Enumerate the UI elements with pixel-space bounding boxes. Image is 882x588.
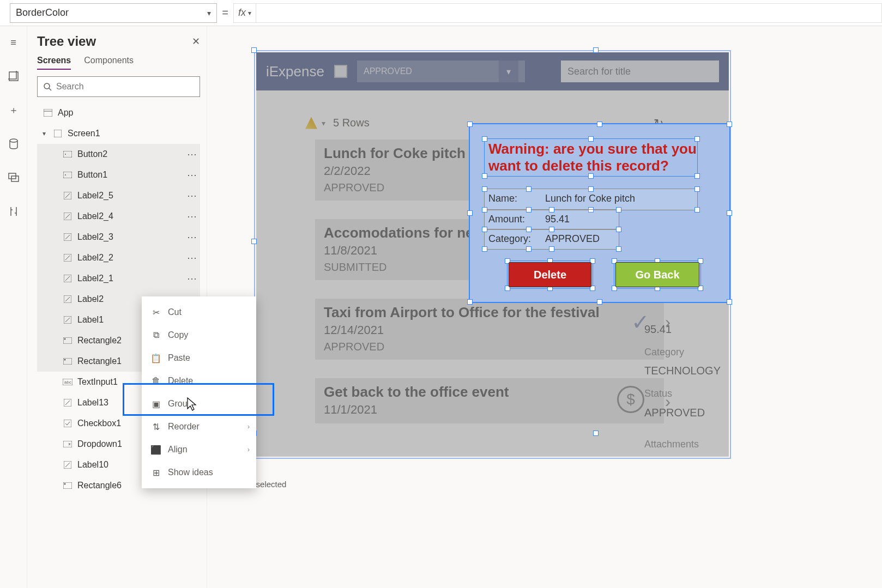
more-icon[interactable]: ⋯ xyxy=(187,190,198,202)
tab-components[interactable]: Components xyxy=(84,56,134,70)
tree-item[interactable]: Label2_5⋯ xyxy=(37,185,200,206)
label-icon xyxy=(62,232,73,243)
insert-icon[interactable]: ＋ xyxy=(4,100,23,120)
svg-rect-10 xyxy=(63,151,72,157)
label-icon xyxy=(62,273,73,284)
cursor-icon xyxy=(185,397,198,412)
align-icon: ⬛ xyxy=(150,445,161,455)
tools-icon[interactable] xyxy=(4,202,23,221)
dialog-name-label: Name: xyxy=(488,193,545,204)
tree-view-icon[interactable] xyxy=(4,66,23,86)
chevron-down-icon: ▾ xyxy=(207,9,211,17)
tree-item-label: Checkbox1 xyxy=(77,419,121,428)
tree-item-label: App xyxy=(58,108,73,118)
svg-line-35 xyxy=(65,401,70,405)
tree-item[interactable]: Label2_1⋯ xyxy=(37,268,200,289)
svg-point-11 xyxy=(65,154,66,155)
go-back-button[interactable]: Go Back xyxy=(615,262,699,287)
tree-search[interactable] xyxy=(37,76,200,97)
ctx-paste[interactable]: 📋Paste xyxy=(142,347,256,369)
tree-item-label: Label10 xyxy=(77,460,108,470)
label-icon xyxy=(62,190,73,201)
formula-bar: BorderColor ▾ = fx ▾ xyxy=(0,0,882,26)
svg-rect-9 xyxy=(54,130,62,137)
equals-icon: = xyxy=(217,7,233,19)
fx-button[interactable]: fx ▾ xyxy=(233,3,256,23)
reorder-icon: ⇅ xyxy=(150,422,161,432)
delete-icon: 🗑 xyxy=(150,376,161,386)
svg-rect-7 xyxy=(44,109,52,117)
chevron-right-icon: › xyxy=(247,423,250,431)
svg-line-23 xyxy=(65,276,70,281)
dialog-amount-label: Amount: xyxy=(488,214,545,225)
search-icon xyxy=(43,82,52,91)
ctx-align[interactable]: ⬛Align› xyxy=(142,438,256,461)
label-icon xyxy=(62,397,73,408)
tree-item-label: Label2_5 xyxy=(77,191,113,201)
media-icon[interactable] xyxy=(4,168,23,187)
svg-point-41 xyxy=(64,483,66,485)
ctx-cut[interactable]: ✂Cut xyxy=(142,301,256,324)
more-icon[interactable]: ⋯ xyxy=(187,148,198,160)
more-icon[interactable]: ⋯ xyxy=(187,272,198,284)
svg-point-31 xyxy=(64,359,66,361)
data-icon[interactable] xyxy=(4,134,23,154)
tree-item-label: Button2 xyxy=(77,149,107,159)
tree-item-label: Rectangle1 xyxy=(77,356,122,366)
tree-item-label: Label1 xyxy=(77,315,104,325)
formula-input[interactable] xyxy=(256,3,882,23)
app-icon xyxy=(43,107,53,118)
more-icon[interactable]: ⋯ xyxy=(187,252,198,264)
ctx-show-ideas[interactable]: ⊞Show ideas xyxy=(142,461,256,484)
tree-item-label: Button1 xyxy=(77,170,107,180)
close-icon[interactable]: ✕ xyxy=(192,35,200,47)
button-icon xyxy=(62,169,73,180)
delete-button-label: Delete xyxy=(534,269,566,281)
tree-item[interactable]: Label2_2⋯ xyxy=(37,247,200,268)
tab-screens[interactable]: Screens xyxy=(37,56,71,70)
tree-item[interactable]: Label2_4⋯ xyxy=(37,206,200,227)
svg-point-5 xyxy=(44,83,50,89)
svg-line-15 xyxy=(65,193,70,198)
svg-line-17 xyxy=(65,214,70,219)
tree-item-label: Rectangle2 xyxy=(77,336,122,345)
hamburger-icon[interactable]: ≡ xyxy=(4,33,23,52)
tree-item-label: Rectangle6 xyxy=(77,481,122,490)
cut-icon: ✂ xyxy=(150,307,161,318)
button-icon xyxy=(62,149,73,160)
ctx-copy[interactable]: ⧉Copy xyxy=(142,324,256,347)
dialog-category-label: Category: xyxy=(488,233,545,245)
more-icon[interactable]: ⋯ xyxy=(187,169,198,181)
svg-line-19 xyxy=(65,235,70,239)
ctx-delete[interactable]: 🗑Delete xyxy=(142,369,256,392)
label-icon xyxy=(62,314,73,325)
ctx-reorder[interactable]: ⇅Reorder› xyxy=(142,415,256,438)
svg-text:abc: abc xyxy=(64,380,71,385)
svg-line-25 xyxy=(65,297,70,301)
property-selector[interactable]: BorderColor ▾ xyxy=(10,3,217,23)
paste-icon: 📋 xyxy=(150,353,161,363)
canvas: iExpense APPROVED ▾ Search for title ▾ 5… xyxy=(207,26,882,588)
warning-label: Warning: are you sure that you want to d… xyxy=(488,141,717,174)
label-icon xyxy=(62,459,73,470)
tree-item[interactable]: Button2⋯ xyxy=(37,144,200,165)
context-menu: ✂Cut ⧉Copy 📋Paste 🗑Delete ▣Group ⇅Reorde… xyxy=(142,296,256,488)
ctx-group[interactable]: ▣Group xyxy=(142,392,256,415)
more-icon[interactable]: ⋯ xyxy=(187,210,198,222)
fx-icon: fx xyxy=(238,7,246,19)
tree-item-screen1[interactable]: ▾ Screen1 xyxy=(37,123,200,144)
delete-button[interactable]: Delete xyxy=(509,262,591,287)
dialog-category-value: APPROVED xyxy=(545,233,717,245)
checkbox-icon xyxy=(62,418,73,429)
more-icon[interactable]: ⋯ xyxy=(187,231,198,243)
tree-item[interactable]: Label2_3⋯ xyxy=(37,227,200,247)
tree-search-input[interactable] xyxy=(56,82,194,92)
tree-view-title: Tree view xyxy=(37,34,96,49)
tree-item[interactable]: Button1⋯ xyxy=(37,165,200,185)
svg-line-6 xyxy=(49,88,51,90)
chevron-right-icon: › xyxy=(247,446,250,453)
svg-point-29 xyxy=(64,338,66,340)
chevron-down-icon[interactable]: ▾ xyxy=(43,130,50,137)
tree-item-app[interactable]: App xyxy=(37,102,200,123)
go-back-button-label: Go Back xyxy=(635,269,679,281)
